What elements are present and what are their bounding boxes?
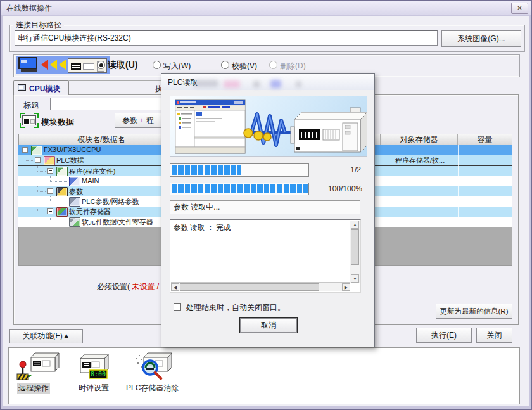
step-progress-fill — [172, 165, 241, 175]
remote-operation-item[interactable]: 远程操作 — [16, 350, 60, 394]
percent-progress-label: 100/100% — [314, 184, 362, 193]
module-data-icon — [20, 113, 39, 128]
transfer-illustration — [170, 96, 367, 157]
param-button-text2: 程 — [144, 116, 154, 125]
plc-memory-clear-icon — [126, 350, 189, 381]
redacted-mark — [270, 80, 281, 88]
tree-label: 程序(程序文件) — [69, 167, 115, 176]
tree-label: PLC参数/网络参数 — [82, 197, 139, 207]
title-label: 标题 — [23, 100, 39, 111]
required-prefix: 必须设置( — [97, 282, 132, 291]
collapse-icon[interactable] — [48, 188, 53, 194]
device-memory-icon — [56, 207, 68, 217]
plc-memory-clear-item[interactable]: PLC存储器清除 — [126, 350, 189, 394]
radio-delete — [269, 61, 277, 69]
remote-operation-label: 远程操作 — [17, 383, 50, 394]
step-progress-bar — [170, 163, 309, 177]
parameter-icon — [56, 187, 68, 196]
scroll-down-icon[interactable]: ▼ — [351, 274, 359, 283]
program-icon — [56, 167, 68, 176]
auto-close-checkbox[interactable] — [174, 303, 181, 311]
percent-progress-fill — [172, 184, 309, 193]
device-data-icon — [69, 217, 80, 227]
radio-verify[interactable] — [221, 61, 229, 69]
module-data-label: 模块数据 — [41, 117, 74, 128]
tree-label: 软元件存储器 — [69, 207, 111, 217]
plc-read-dialog: PLC读取 — [161, 73, 375, 347]
main-program-icon — [69, 177, 80, 186]
radio-write-label[interactable]: 写入(W) — [163, 61, 191, 72]
tab-strip-line — [69, 80, 164, 81]
collapse-icon[interactable] — [22, 147, 28, 153]
title-input[interactable] — [50, 98, 162, 110]
tree-label: 参数 — [69, 187, 83, 196]
redacted-mark — [224, 80, 240, 88]
scroll-right-icon[interactable]: ▶ — [342, 283, 350, 291]
col-header-target-memory: 对象存储器 — [381, 134, 458, 145]
scroll-left-icon[interactable]: ◀ — [171, 283, 179, 291]
tree-label: 软元件数据/文件寄存器 — [82, 217, 153, 227]
col-header-capacity: 容量 — [458, 134, 512, 145]
tree-label: MAIN — [82, 177, 99, 184]
clock-setting-label: 时钟设置 — [79, 383, 109, 394]
tab-cpu-module-label: CPU模块 — [29, 84, 60, 94]
auto-close-label[interactable]: 处理结束时，自动关闭窗口。 — [186, 302, 285, 313]
plc-param-icon — [69, 197, 80, 207]
param-button-plus: + — [139, 116, 144, 125]
collapse-icon[interactable] — [48, 168, 53, 174]
horizontal-scrollbar[interactable]: ◀ ▶ — [171, 282, 350, 291]
redacted-mark — [193, 80, 218, 87]
related-functions-button[interactable]: 关联功能(F)▲ — [10, 329, 83, 343]
log-textarea[interactable]: 参数 读取 ： 完成 ▲ ▼ ◀ ▶ — [170, 219, 361, 293]
param-program-button[interactable]: 参数 + 程 — [115, 113, 162, 128]
vertical-scrollbar[interactable]: ▲ ▼ — [350, 221, 360, 283]
param-button-text: 参数 — [122, 116, 139, 125]
col-header-module-name: 模块名/数据名 — [19, 134, 184, 145]
remote-operation-icon — [16, 350, 60, 381]
read-direction-icon — [16, 56, 110, 74]
tree-label: FX3U/FX3UCCPU — [44, 146, 101, 153]
status-field: 参数 读取中... — [170, 200, 360, 214]
execute-button[interactable]: 执行(E) — [416, 328, 472, 343]
vertical-scroll-thumb[interactable] — [351, 229, 359, 265]
cpu-tree-icon — [31, 146, 42, 155]
clock-setting-icon: 8:00 — [75, 350, 120, 381]
close-button[interactable]: 关闭 — [476, 328, 512, 343]
cancel-button[interactable]: 取消 — [240, 318, 297, 333]
system-image-button[interactable]: 系统图像(G)... — [441, 30, 521, 47]
tab-cpu-module[interactable]: CPU模块 — [13, 80, 69, 95]
table-col-divider — [458, 145, 459, 227]
log-text: 参数 读取 ： 完成 — [174, 223, 231, 233]
redacted-mark — [296, 81, 301, 87]
clock-setting-item[interactable]: 8:00 时钟设置 — [75, 350, 120, 394]
radio-verify-label[interactable]: 校验(V) — [232, 61, 257, 72]
redacted-mark — [253, 81, 260, 87]
required-suffix: / — [155, 282, 159, 291]
connection-path-label: 连接目标路径 — [13, 20, 64, 30]
target-memory-cell: 程序存储器/软... — [395, 156, 445, 165]
horizontal-scroll-thumb[interactable] — [180, 283, 319, 291]
connection-path-field[interactable]: 串行通信CPU模块连接(RS-232C) — [15, 30, 438, 46]
plc-read-dialog-titlebar: PLC读取 — [162, 74, 374, 90]
percent-progress-bar — [170, 183, 309, 195]
table-col-divider — [381, 145, 381, 227]
plc-data-icon — [44, 156, 55, 165]
online-data-operation-window: 在线数据操作 ✕ 连接目标路径 串行通信CPU模块连接(RS-232C) 系统图… — [0, 0, 532, 410]
collapse-icon[interactable] — [48, 208, 53, 214]
collapse-icon[interactable] — [35, 157, 41, 163]
step-progress-label: 1/2 — [318, 165, 361, 174]
window-titlebar: 在线数据操作 ✕ — [1, 1, 531, 15]
required-highlight: 未设置 — [132, 282, 155, 291]
radio-read-label[interactable]: 读取(U) — [108, 60, 137, 71]
cpu-module-tab-icon — [18, 84, 26, 91]
scroll-up-icon[interactable]: ▲ — [351, 221, 359, 229]
radio-write[interactable] — [153, 61, 161, 69]
window-title: 在线数据操作 — [6, 3, 52, 14]
close-icon[interactable]: ✕ — [511, 3, 528, 14]
plc-memory-clear-label: PLC存储器清除 — [126, 383, 179, 394]
radio-read[interactable] — [97, 61, 105, 69]
tree-label: PLC数据 — [56, 156, 84, 165]
radio-delete-label: 删除(D) — [280, 61, 306, 72]
clock-digits: 8:00 — [91, 371, 106, 378]
refresh-info-button[interactable]: 更新为最新的信息(R) — [436, 304, 512, 319]
